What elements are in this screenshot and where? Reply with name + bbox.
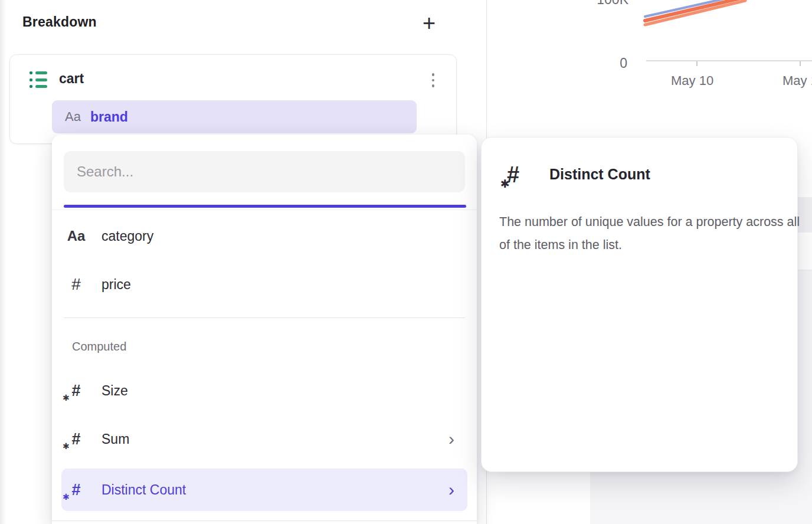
computed-number-icon: #✱ bbox=[61, 482, 91, 498]
property-select-dropdown: Aa category # price Computed #✱ Size #✱ … bbox=[52, 135, 477, 524]
menu-item-size[interactable]: #✱ Size bbox=[61, 372, 467, 410]
text-type-icon: Aa bbox=[61, 228, 91, 244]
breakdown-section-title: Breakdown bbox=[22, 14, 97, 30]
distinct-count-info-popover: # ✱ Distinct Count The number of unique … bbox=[481, 137, 798, 472]
list-property-icon bbox=[30, 71, 47, 88]
number-type-icon: # bbox=[61, 275, 91, 294]
computed-number-icon: #✱ bbox=[61, 383, 91, 399]
left-edge-shadow bbox=[0, 0, 6, 524]
chevron-right-icon: › bbox=[448, 481, 454, 499]
breakdown-property-name[interactable]: cart bbox=[59, 71, 84, 87]
menu-item-label: category bbox=[102, 228, 153, 244]
menu-item-label: price bbox=[102, 277, 131, 293]
popover-description: The number of unique values for a proper… bbox=[499, 211, 801, 257]
dropdown-footer-divider bbox=[52, 520, 477, 521]
text-type-icon: Aa bbox=[65, 109, 81, 125]
search-input[interactable] bbox=[64, 151, 465, 192]
loading-progress-bar bbox=[64, 205, 466, 208]
computed-section-divider bbox=[64, 317, 465, 318]
computed-section-label: Computed bbox=[72, 340, 126, 353]
menu-item-label: Sum bbox=[102, 431, 129, 447]
menu-item-price[interactable]: # price bbox=[61, 266, 467, 303]
x-axis-tick bbox=[800, 61, 801, 66]
x-axis-tick bbox=[696, 61, 698, 66]
y-axis-label-0: 0 bbox=[604, 55, 627, 71]
selected-subproperty-chip[interactable]: Aa brand bbox=[52, 100, 417, 133]
x-axis-line bbox=[646, 60, 812, 61]
menu-item-sum[interactable]: #✱ Sum › bbox=[61, 420, 467, 458]
computed-number-icon: #✱ bbox=[61, 431, 91, 447]
more-options-button[interactable] bbox=[426, 68, 440, 92]
x-axis-label-may1: May 1 bbox=[782, 73, 812, 89]
x-axis-label-may10: May 10 bbox=[671, 73, 713, 89]
menu-item-label: Size bbox=[102, 383, 128, 399]
computed-number-icon: # ✱ bbox=[507, 163, 519, 186]
chevron-right-icon: › bbox=[448, 430, 454, 448]
menu-item-label: Distinct Count bbox=[102, 482, 186, 498]
y-axis-label-100k: 100K bbox=[564, 0, 628, 8]
menu-item-category[interactable]: Aa category bbox=[61, 217, 467, 255]
add-breakdown-button[interactable]: + bbox=[417, 11, 441, 35]
search-section-divider bbox=[52, 209, 477, 210]
insights-breakdown-screen: 100K 0 May 10 May 1 Breakdown + cart Aa … bbox=[0, 0, 812, 524]
line-chart-plot[interactable] bbox=[487, 0, 812, 35]
popover-title: Distinct Count bbox=[549, 166, 650, 183]
menu-item-distinct-count[interactable]: #✱ Distinct Count › bbox=[61, 469, 467, 511]
selected-subproperty-label: brand bbox=[90, 109, 128, 125]
